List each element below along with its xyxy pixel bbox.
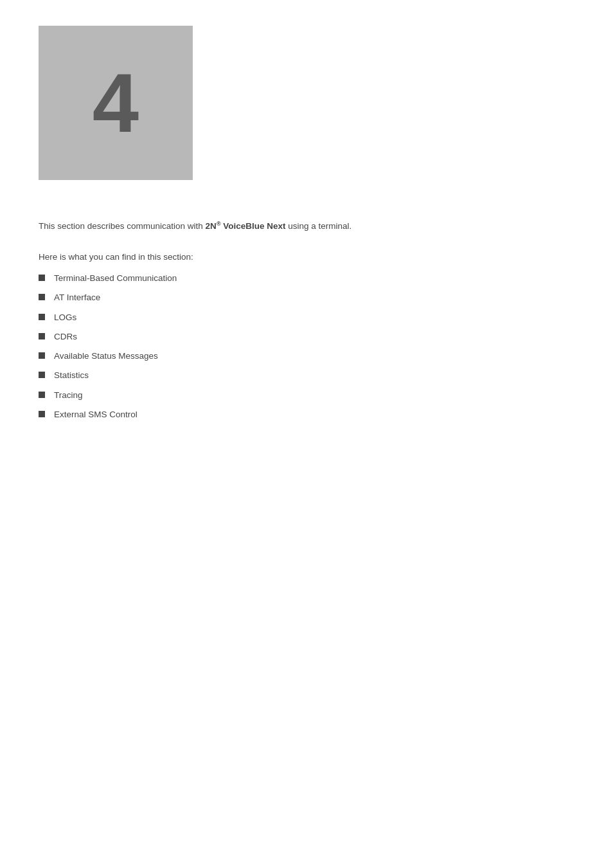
toc-item-label: AT Interface bbox=[54, 291, 100, 304]
list-item: External SMS Control bbox=[39, 408, 574, 421]
list-item: Available Status Messages bbox=[39, 350, 574, 363]
list-item: CDRs bbox=[39, 330, 574, 343]
bullet-icon bbox=[39, 333, 45, 339]
toc-item-label: CDRs bbox=[54, 330, 77, 343]
list-item: AT Interface bbox=[39, 291, 574, 304]
list-item: Tracing bbox=[39, 389, 574, 402]
toc-item-label: External SMS Control bbox=[54, 408, 138, 421]
brand-2n: 2N® VoiceBlue Next bbox=[206, 221, 286, 231]
list-item: LOGs bbox=[39, 311, 574, 324]
chapter-box: 4 bbox=[39, 26, 193, 180]
bullet-icon bbox=[39, 392, 45, 398]
toc-list: Terminal-Based Communication AT Interfac… bbox=[39, 272, 574, 421]
page-container: 4 This section describes communication w… bbox=[0, 0, 613, 868]
bullet-icon bbox=[39, 275, 45, 281]
bullet-icon bbox=[39, 314, 45, 320]
toc-item-label: Statistics bbox=[54, 369, 89, 382]
list-item: Terminal-Based Communication bbox=[39, 272, 574, 285]
toc-item-label: Tracing bbox=[54, 389, 83, 402]
intro-suffix: using a terminal. bbox=[286, 221, 352, 231]
list-item: Statistics bbox=[39, 369, 574, 382]
bullet-icon bbox=[39, 372, 45, 378]
intro-prefix: This section describes communication wit… bbox=[39, 221, 206, 231]
toc-item-label: Available Status Messages bbox=[54, 350, 158, 363]
toc-item-label: Terminal-Based Communication bbox=[54, 272, 177, 285]
chapter-number: 4 bbox=[93, 61, 139, 145]
toc-item-label: LOGs bbox=[54, 311, 76, 324]
bullet-icon bbox=[39, 411, 45, 417]
bullet-icon bbox=[39, 352, 45, 359]
intro-paragraph: This section describes communication wit… bbox=[39, 219, 574, 233]
bullet-icon bbox=[39, 294, 45, 300]
toc-header: Here is what you can find in this sectio… bbox=[39, 252, 574, 262]
